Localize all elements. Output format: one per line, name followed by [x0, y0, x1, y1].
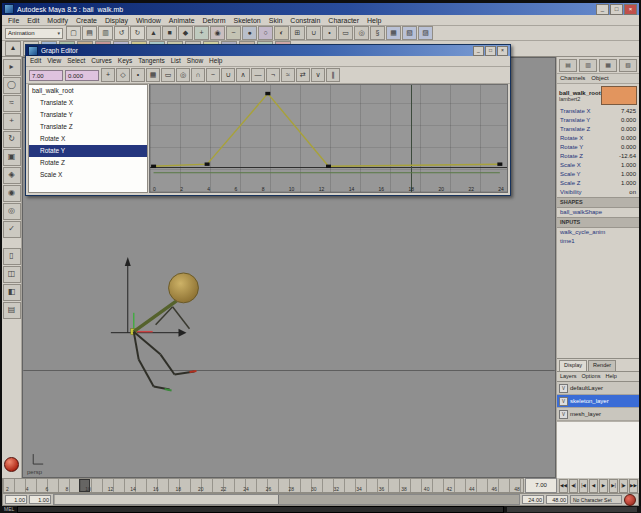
auto-keyframe-toggle[interactable]	[624, 494, 636, 506]
snap-curve-icon[interactable]: ∪	[306, 26, 321, 40]
mesh_layer[interactable]: V mesh_layer	[557, 408, 639, 421]
outliner-channel-row[interactable]: Translate X	[29, 97, 147, 109]
outliner-channel-row[interactable]: Scale X	[29, 169, 147, 181]
go-to-end-button[interactable]: ▶▶	[629, 479, 638, 493]
layer-visibility-toggle[interactable]: V	[559, 384, 568, 393]
channel-value[interactable]: on	[629, 188, 636, 197]
menu-set-selector[interactable]: Animation ▾	[5, 28, 63, 39]
lattice-deform-keys-icon[interactable]: ▦	[146, 68, 160, 82]
menu-item[interactable]: Constrain	[290, 15, 320, 25]
key-frame-field[interactable]: 7.00	[29, 70, 63, 81]
menu-item[interactable]: Tangents	[138, 56, 164, 66]
channel-value[interactable]: -12.64	[619, 152, 636, 161]
outliner-channel-row[interactable]: Rotate X	[29, 133, 147, 145]
mask-dynamics-icon[interactable]: ○	[258, 26, 273, 40]
menu-item[interactable]: Help	[367, 15, 381, 25]
construction-history-icon[interactable]: §	[370, 26, 385, 40]
character-set-selector[interactable]: No Character Set	[570, 495, 622, 504]
attribute-editor-toggle-icon[interactable]: ▤	[559, 59, 577, 72]
mask-joints-icon[interactable]: ◉	[210, 26, 225, 40]
animation-curve[interactable]	[150, 85, 507, 192]
spline-tangent-icon[interactable]: ~	[206, 68, 220, 82]
universal-manipulator-icon[interactable]: ◈	[3, 167, 21, 184]
soft-mod-tool-icon[interactable]: ◉	[3, 185, 21, 202]
time-slider[interactable]: 2468101214161820222426283032343638404244…	[2, 478, 524, 493]
Scale X[interactable]: Scale X 1.000	[557, 161, 639, 170]
flat-tangent-icon[interactable]: —	[251, 68, 265, 82]
layer-editor-toggle-icon[interactable]: ▧	[619, 59, 637, 72]
menu-item[interactable]: Skeleton	[233, 15, 260, 25]
clamped-tangent-icon[interactable]: ∪	[221, 68, 235, 82]
tool-settings-toggle-icon[interactable]: ▥	[579, 59, 597, 72]
center-current-time-icon[interactable]: ◎	[176, 68, 190, 82]
render-sphere-icon[interactable]	[4, 457, 19, 472]
save-scene-icon[interactable]: ▥	[98, 26, 113, 40]
persp-outliner-layout-icon[interactable]: ◧	[3, 284, 21, 301]
menu-item[interactable]: Display	[105, 15, 128, 25]
unify-tangent-icon[interactable]: ∥	[326, 68, 340, 82]
menu-item[interactable]: Help	[209, 56, 222, 66]
select-object-icon[interactable]: ■	[162, 26, 177, 40]
channel-value[interactable]: 1.000	[621, 161, 636, 170]
ge-minimize-button[interactable]: _	[473, 46, 484, 56]
menu-item[interactable]: Object	[591, 74, 608, 83]
menu-item[interactable]: Select	[67, 56, 85, 66]
Visibility[interactable]: Visibility on	[557, 188, 639, 197]
close-button[interactable]: ×	[624, 4, 637, 15]
Scale Y[interactable]: Scale Y 1.000	[557, 170, 639, 179]
play-forward-button[interactable]: ▶	[599, 479, 608, 493]
outliner-channel-row[interactable]: Translate Y	[29, 109, 147, 121]
outliner-channel-row[interactable]: Rotate Z	[29, 157, 147, 169]
animation-start-field[interactable]: 1.00	[5, 495, 27, 504]
snap-plane-icon[interactable]: ▭	[338, 26, 353, 40]
step-tangent-icon[interactable]: ¬	[266, 68, 280, 82]
menu-item[interactable]: Help	[605, 372, 616, 381]
frame-all-icon[interactable]: ▭	[161, 68, 175, 82]
shape-node-name[interactable]: ball_walkShape	[557, 208, 639, 217]
minimize-button[interactable]: _	[596, 4, 609, 15]
play-back-button[interactable]: ◀	[589, 479, 598, 493]
scale-tool-icon[interactable]: ▣	[3, 149, 21, 166]
linear-tangent-icon[interactable]: ∧	[236, 68, 250, 82]
menu-item[interactable]: Window	[136, 15, 161, 25]
snap-grid-icon[interactable]: ⊞	[290, 26, 305, 40]
move-tool-icon[interactable]: +	[3, 113, 21, 130]
layer-visibility-toggle[interactable]: V	[559, 397, 568, 406]
layer-editor-tab[interactable]: Display	[559, 360, 587, 371]
channel-value[interactable]: 0.000	[621, 116, 636, 125]
break-tangent-icon[interactable]: ∨	[311, 68, 325, 82]
ge-close-button[interactable]: ×	[497, 46, 508, 56]
step-back-button[interactable]: ◀|	[569, 479, 578, 493]
undo-icon[interactable]: ↺	[114, 26, 129, 40]
playback-end-field[interactable]: 24.00	[522, 495, 544, 504]
menu-item[interactable]: Options	[582, 372, 601, 381]
graph-editor-title-bar[interactable]: Graph Editor _□×	[26, 45, 510, 56]
channel-value[interactable]: 7.425	[621, 107, 636, 116]
outliner-channel-row[interactable]: Rotate Y	[29, 145, 147, 157]
character-head[interactable]	[169, 273, 199, 303]
lasso-tool-icon[interactable]: ◯	[3, 77, 21, 94]
snap-point-icon[interactable]: •	[322, 26, 337, 40]
rotate-tool-icon[interactable]: ↻	[3, 131, 21, 148]
range-slider[interactable]	[53, 494, 520, 505]
four-pane-layout-icon[interactable]: ◫	[3, 266, 21, 283]
layer-editor-tab[interactable]: Render	[588, 360, 616, 371]
last-tool-icon[interactable]: ✓	[3, 221, 21, 238]
window-title-bar[interactable]: Autodesk Maya 8.5 : ball_walk.mb _□×	[2, 3, 639, 15]
channel-value[interactable]: 0.000	[621, 134, 636, 143]
menu-item[interactable]: Channels	[560, 74, 585, 83]
outliner-channel-row[interactable]: ball_walk_root	[29, 85, 147, 97]
Rotate Y[interactable]: Rotate Y 0.000	[557, 143, 639, 152]
single-pane-layout-icon[interactable]: ▯	[3, 248, 21, 265]
defaultLayer[interactable]: V defaultLayer	[557, 382, 639, 395]
Rotate Z[interactable]: Rotate Z -12.64	[557, 152, 639, 161]
menu-item[interactable]: Skin	[269, 15, 283, 25]
menu-item[interactable]: Modify	[47, 15, 68, 25]
step-forward-button[interactable]: |▶	[619, 479, 628, 493]
open-scene-icon[interactable]: ▤	[82, 26, 97, 40]
insert-key-icon[interactable]: ◇	[116, 68, 130, 82]
channel-value[interactable]: 1.000	[621, 179, 636, 188]
render-settings-icon[interactable]: ▨	[418, 26, 433, 40]
mask-curves-icon[interactable]: ~	[226, 26, 241, 40]
Translate Z[interactable]: Translate Z 0.000	[557, 125, 639, 134]
